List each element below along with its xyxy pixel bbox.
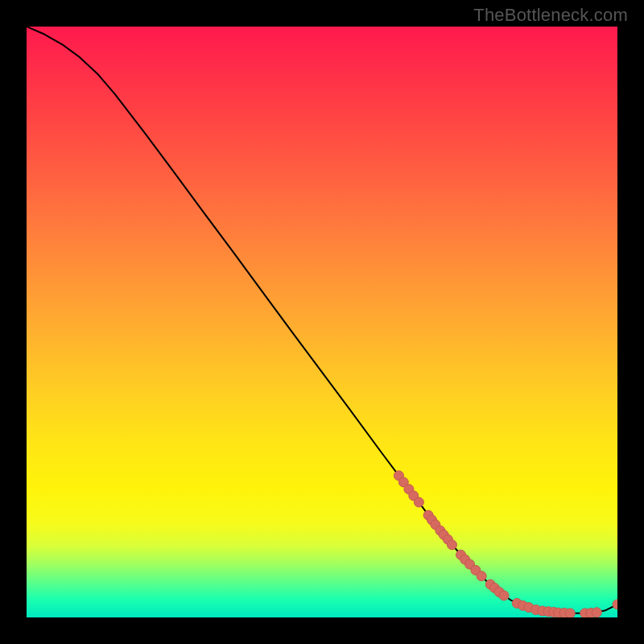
data-marker [447,540,456,550]
watermark-text: TheBottleneck.com [473,5,628,26]
curve-line [27,27,617,613]
data-marker [592,608,601,617]
plot-area [27,27,617,617]
data-marker [477,572,486,581]
data-marker [565,609,575,617]
curve-markers [394,471,617,617]
chart-stage: TheBottleneck.com [0,0,644,644]
data-marker [613,600,617,609]
chart-svg [27,27,617,617]
data-marker [499,591,509,601]
data-marker [414,497,423,507]
